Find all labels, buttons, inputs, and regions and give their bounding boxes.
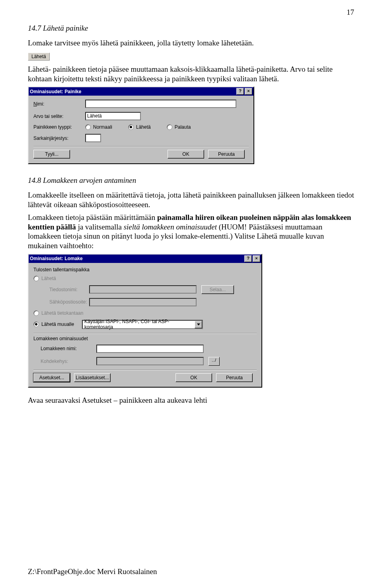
dialog-button-properties: Ominaisuudet: Painike ? × Nimi: Arvo tai… <box>28 86 254 164</box>
close-icon[interactable]: × <box>253 255 260 262</box>
send-button-sample: Lähetä <box>28 53 50 61</box>
cancel-button[interactable]: Peruuta <box>208 150 245 159</box>
label-type: Painikkeen tyyppi: <box>33 124 85 130</box>
help-icon[interactable]: ? <box>236 88 244 95</box>
paragraph-3: Lomakkeelle itselleen on määritettävä ti… <box>28 190 354 210</box>
radio-send-option[interactable]: Lähetä <box>33 276 56 281</box>
ok-button[interactable]: OK <box>175 373 212 382</box>
browse-button: Selaa... <box>201 285 234 294</box>
group-save-location: Tulosten tallentamispaikka <box>33 267 257 272</box>
formname-input[interactable] <box>96 345 204 353</box>
email-input <box>89 298 197 306</box>
help-icon[interactable]: ? <box>244 255 252 262</box>
ok-button[interactable]: OK <box>168 150 204 159</box>
style-button[interactable]: Tyyli... <box>33 150 70 159</box>
name-input[interactable] <box>85 100 236 108</box>
handler-combo[interactable]: Käyttäjän ISAPI-, NSAPI-, CGI- tai ASP-k… <box>82 320 203 329</box>
radio-reset[interactable]: Palauta <box>167 124 191 130</box>
paragraph-5: Avaa seuraavaksi Asetukset – painikkeen … <box>28 396 354 405</box>
paragraph-2: Lähetä- painikkeen tietoja pääsee muutta… <box>28 65 354 84</box>
dialog-form-properties: Ominaisuudet: Lomake ? × Tulosten tallen… <box>28 254 262 388</box>
dialog1-title: Ominaisuudet: Painike <box>30 89 81 94</box>
label-name: Nimi: <box>33 101 85 107</box>
settings-button[interactable]: Asetukset... <box>33 373 70 382</box>
label-target: Kohdekehys: <box>41 359 96 364</box>
radio-normal[interactable]: Normaali <box>85 124 112 130</box>
value-input[interactable]: Lähetä <box>85 112 141 120</box>
chevron-down-icon[interactable] <box>195 321 202 328</box>
paragraph-4: Lomakkeen tietoja päästään määrittämään … <box>28 213 354 251</box>
filename-input <box>89 285 197 294</box>
label-formname: Lomakkeen nimi: <box>41 346 96 351</box>
radio-database: Lähetä tietokantaan <box>33 310 83 316</box>
label-taborder: Sarkainjärjestys: <box>33 135 85 141</box>
section-heading-1: 14.7 Lähetä painike <box>28 24 354 33</box>
label-filename: Tiedostonimi: <box>49 287 89 292</box>
label-value: Arvo tai selite: <box>33 114 85 119</box>
cancel-button[interactable]: Peruuta <box>216 373 253 382</box>
paragraph-1: Lomake tarvitsee myös lähetä painikkeen,… <box>28 38 354 48</box>
section-heading-2: 14.8 Lomakkeen arvojen antaminen <box>28 176 354 185</box>
group-form-props: Lomakkeen ominaisuudet <box>33 336 257 341</box>
dialog2-title: Ominaisuudet: Lomake <box>30 256 83 261</box>
radio-send-elsewhere[interactable]: Lähetä muualle <box>33 321 74 327</box>
taborder-input[interactable] <box>85 134 101 142</box>
page-number: 17 <box>347 8 354 17</box>
advanced-button[interactable]: Lisäasetukset... <box>74 373 111 382</box>
radio-send[interactable]: Lähetä <box>128 124 151 130</box>
label-email: Sähköpostiosoite: <box>49 299 89 305</box>
footer-text: Z:\FrontPageOhje.doc Mervi Ruotsalainen <box>28 567 157 576</box>
close-icon[interactable]: × <box>245 88 252 95</box>
target-input <box>96 357 204 365</box>
target-picker-button[interactable]: ../ <box>209 357 220 366</box>
